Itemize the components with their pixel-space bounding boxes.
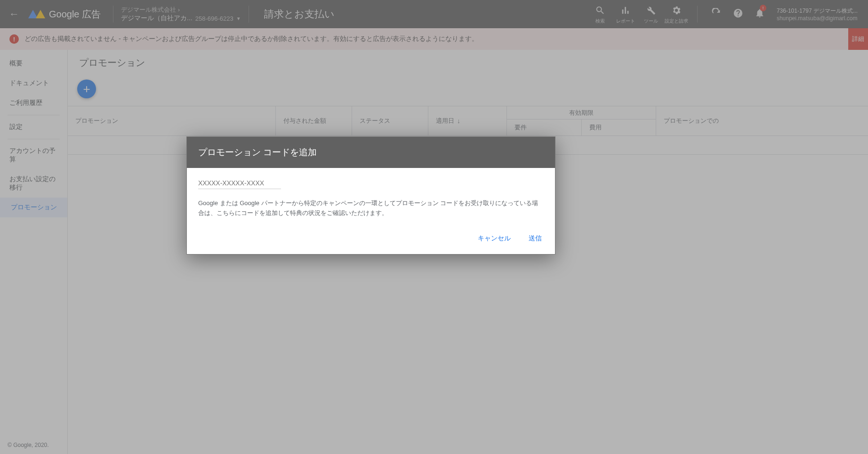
add-promo-code-modal: プロモーション コードを追加 Google または Google パートナーから… (186, 136, 555, 255)
promo-code-input[interactable] (198, 177, 281, 189)
submit-button[interactable]: 送信 (527, 231, 544, 246)
modal-description: Google または Google パートナーから特定のキャンペーンの一環として… (198, 199, 544, 218)
cancel-button[interactable]: キャンセル (476, 231, 513, 246)
modal-title: プロモーション コードを追加 (187, 137, 555, 168)
